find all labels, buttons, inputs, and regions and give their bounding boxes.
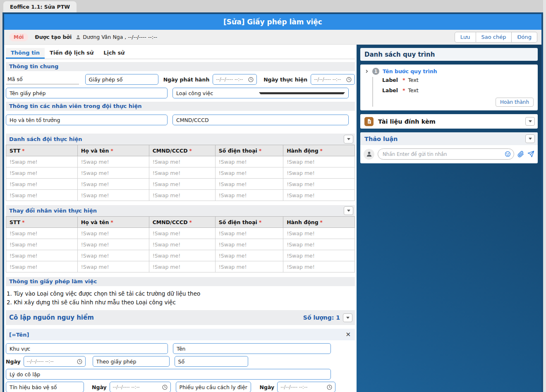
table-cell[interactable]: !Swap me!	[215, 190, 283, 201]
table-cell[interactable]: !Swap me!	[149, 228, 215, 239]
so-input[interactable]	[175, 356, 248, 367]
send-icon[interactable]	[527, 151, 534, 158]
step-name-link[interactable]: Tên bước quy trình	[383, 68, 437, 74]
permit-note-2: 2. Khi xây dựng thì sẽ cấu hình như mẫu …	[7, 298, 354, 307]
emoji-icon[interactable]	[505, 151, 511, 157]
table-cell[interactable]: !Swap me!	[6, 261, 78, 272]
giay-phep-so-input[interactable]	[85, 74, 158, 85]
table-cell[interactable]: !Swap me!	[77, 179, 149, 190]
danh-sach-doi-collapse-button[interactable]	[344, 135, 353, 143]
quantity-label: Số lượng: 1	[303, 314, 340, 321]
close-icon[interactable]: ✕	[345, 332, 351, 338]
process-panel: 1 Tên bước quy trình Label* Text Label* …	[360, 65, 538, 110]
chevron-right-icon[interactable]	[364, 69, 369, 74]
cmnd-cccd-input[interactable]	[172, 115, 349, 125]
browser-tab[interactable]: Eoffice 1.1: Sửa PTW	[3, 1, 77, 12]
table-cell[interactable]: !Swap me!	[283, 250, 355, 261]
table-row: !Swap me!!Swap me!!Swap me!!Swap me!!Swa…	[6, 250, 355, 261]
ngay-phieu-input[interactable]: --/--/---- --:--	[277, 382, 335, 392]
table-row: !Swap me!!Swap me!!Swap me!!Swap me!!Swa…	[6, 190, 355, 201]
paperclip-icon[interactable]	[517, 151, 524, 158]
table-cell[interactable]: !Swap me!	[77, 261, 149, 272]
table-cell[interactable]: !Swap me!	[77, 167, 149, 179]
table-row: !Swap me!!Swap me!!Swap me!!Swap me!!Swa…	[6, 167, 355, 179]
table-cell[interactable]: !Swap me!	[6, 250, 78, 261]
ngay-tin-hieu-input[interactable]: --/--/---- --:--	[110, 382, 171, 392]
table-cell[interactable]: !Swap me!	[215, 239, 283, 250]
table-cell[interactable]: !Swap me!	[6, 167, 78, 179]
table-cell[interactable]: !Swap me!	[149, 250, 215, 261]
loai-cong-viec-select[interactable]: Loại công việc	[172, 88, 349, 98]
save-button[interactable]: Lưu	[455, 32, 476, 43]
created-by-value: Dương Vân Nga , --/--/---- --:--	[76, 34, 157, 40]
table-cell[interactable]: !Swap me!	[149, 179, 215, 190]
table-cell[interactable]: !Swap me!	[77, 156, 149, 167]
table-cell[interactable]: !Swap me!	[6, 179, 78, 190]
table-cell[interactable]: !Swap me!	[283, 179, 355, 190]
table-cell[interactable]: !Swap me!	[283, 228, 355, 239]
table-cell[interactable]: !Swap me!	[283, 167, 355, 179]
chevron-down-icon	[529, 138, 532, 140]
table-cell[interactable]: !Swap me!	[77, 190, 149, 201]
ngay-thuc-hien-input[interactable]: --/--/---- --:--	[311, 74, 355, 85]
ngay-label: Ngày	[6, 359, 21, 365]
discussion-collapse-button[interactable]	[525, 134, 535, 143]
table-cell[interactable]: !Swap me!	[215, 167, 283, 179]
created-by-label: Được tạo bởi	[35, 34, 72, 40]
message-input[interactable]: Nhấn Enter để gửi tin nhắn	[378, 148, 514, 160]
browser-tab-label: Eoffice 1.1: Sửa PTW	[10, 4, 70, 10]
ho-va-ten-to-truong-input[interactable]	[6, 115, 168, 125]
ten-input[interactable]	[173, 343, 331, 354]
table-cell[interactable]: !Swap me!	[283, 239, 355, 250]
table-cell[interactable]: !Swap me!	[77, 250, 149, 261]
general-row-1: Mã số Ngày phát hành --/--/---- --:-- Ng…	[6, 74, 355, 85]
table-cell[interactable]: !Swap me!	[215, 156, 283, 167]
chevron-down-icon	[259, 92, 345, 94]
step-number-badge: 1	[372, 68, 379, 75]
table-cell[interactable]: !Swap me!	[6, 228, 78, 239]
ngay-phat-hanh-input[interactable]: --/--/---- --:--	[213, 74, 257, 85]
isolation-row-1	[6, 343, 355, 354]
table-cell[interactable]: !Swap me!	[149, 190, 215, 201]
table-cell[interactable]: !Swap me!	[149, 239, 215, 250]
close-button[interactable]: Đóng	[512, 32, 537, 43]
table-cell[interactable]: !Swap me!	[6, 190, 78, 201]
table-cell[interactable]: !Swap me!	[149, 167, 215, 179]
section-giay-phep-lam-viec: Thông tin giấy phép làm việc	[6, 277, 355, 286]
theo-giay-phep-input[interactable]	[93, 356, 170, 367]
ngay-co-lap-input[interactable]: --/--/---- --:--	[24, 356, 86, 367]
table-cell[interactable]: !Swap me!	[283, 190, 355, 201]
table-cell[interactable]: !Swap me!	[6, 239, 78, 250]
tab-thong-tin[interactable]: Thông tin	[6, 48, 45, 59]
isolation-card-header: [=Tên] ✕	[6, 329, 355, 340]
tin-hieu-bao-ve-so-input[interactable]	[6, 382, 84, 392]
table-cell[interactable]: !Swap me!	[6, 156, 78, 167]
table-cell[interactable]: !Swap me!	[215, 261, 283, 272]
ma-so-field[interactable]: Mã số	[6, 74, 79, 84]
thay-doi-nhan-vien-title: Thay đổi nhân viên thực hiện	[9, 208, 344, 214]
table-cell[interactable]: !Swap me!	[149, 261, 215, 272]
tab-lich-su[interactable]: Lịch sử	[98, 48, 129, 59]
table-cell[interactable]: !Swap me!	[77, 239, 149, 250]
ten-giay-phep-input[interactable]	[6, 88, 168, 98]
khu-vuc-input[interactable]	[6, 343, 168, 354]
isolation-row-4: Ngày --/--/---- --:-- Ngày --/--/---- --…	[6, 382, 355, 392]
table-cell[interactable]: !Swap me!	[283, 261, 355, 272]
thay-doi-collapse-button[interactable]	[344, 206, 353, 215]
discussion-panel: Thảo luận Nhấn Enter để gửi tin nhắn	[360, 132, 538, 163]
ly-do-co-lap-input[interactable]	[6, 369, 331, 380]
co-lap-collapse-button[interactable]	[343, 313, 352, 322]
table-cell[interactable]: !Swap me!	[149, 156, 215, 167]
copy-button[interactable]: Sao chép	[476, 32, 512, 43]
table-cell[interactable]: !Swap me!	[77, 228, 149, 239]
table-cell[interactable]: !Swap me!	[215, 250, 283, 261]
ngay-thuc-hien-label: Ngày thực hiện	[263, 76, 307, 83]
table-cell[interactable]: !Swap me!	[215, 179, 283, 190]
complete-button[interactable]: Hoàn thành	[496, 98, 534, 107]
table-cell[interactable]: !Swap me!	[283, 156, 355, 167]
attachments-collapse-button[interactable]	[525, 117, 535, 126]
table-cell[interactable]: !Swap me!	[215, 228, 283, 239]
page-scrollbar[interactable]	[543, 0, 546, 392]
phieu-yeu-cau-input[interactable]	[176, 382, 251, 392]
tab-tien-do-lich-su[interactable]: Tiến độ lịch sử	[45, 48, 98, 59]
